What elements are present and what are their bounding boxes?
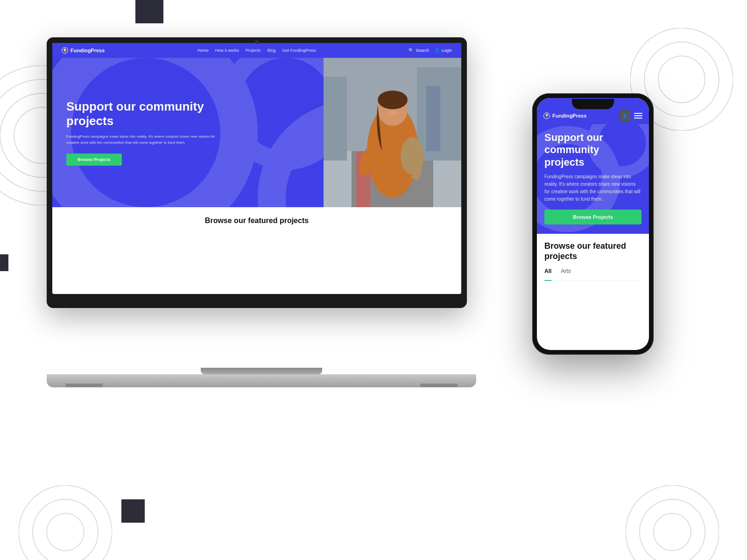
menu-line-2 bbox=[634, 115, 642, 116]
decor-circles-bottom-left bbox=[19, 485, 112, 560]
svg-point-7 bbox=[47, 513, 84, 551]
decor-square-4 bbox=[121, 499, 145, 523]
laptop-hero-image bbox=[324, 58, 461, 207]
laptop-login-label: Login bbox=[442, 48, 452, 53]
laptop-device: 💡 FundingPress Home How it works Project… bbox=[47, 37, 476, 387]
phone-logo: 💡 FundingPress bbox=[543, 112, 586, 119]
laptop-frame: 💡 FundingPress Home How it works Project… bbox=[47, 37, 467, 308]
laptop-nav-actions: 🔍 Search 👤 Login bbox=[409, 48, 452, 53]
phone-screen: 💡 FundingPress 👤 bbox=[537, 98, 649, 350]
laptop-search-label: Search bbox=[416, 48, 429, 53]
phone-hamburger-icon[interactable] bbox=[634, 113, 642, 119]
laptop-screen: 💡 FundingPress Home How it works Project… bbox=[52, 43, 461, 294]
laptop-login[interactable]: 👤 Login bbox=[435, 48, 452, 53]
laptop-nav-blog[interactable]: Blog bbox=[267, 48, 275, 53]
laptop-hero: Support our community projects FundingPr… bbox=[52, 58, 461, 207]
laptop-nav-how[interactable]: How it works bbox=[215, 48, 239, 53]
laptop-hero-title: Support our community projects bbox=[66, 99, 216, 128]
laptop-hinge bbox=[201, 368, 322, 374]
laptop-foot-left bbox=[65, 384, 103, 387]
laptop-nav: 💡 FundingPress Home How it works Project… bbox=[52, 43, 461, 58]
search-icon: 🔍 bbox=[409, 48, 414, 53]
svg-point-10 bbox=[654, 513, 691, 551]
svg-point-27 bbox=[388, 111, 397, 115]
svg-point-8 bbox=[33, 499, 98, 560]
phone-tab-arts[interactable]: Arts bbox=[561, 268, 571, 276]
svg-point-11 bbox=[640, 499, 705, 560]
decor-square-2 bbox=[0, 254, 8, 271]
laptop-logo: 💡 FundingPress bbox=[62, 47, 105, 54]
laptop-nav-projects[interactable]: Projects bbox=[246, 48, 261, 53]
phone-hero-title: Support our community projects bbox=[544, 132, 641, 168]
laptop-camera bbox=[255, 40, 259, 44]
laptop-logo-icon: 💡 bbox=[62, 47, 68, 54]
phone-tab-all[interactable]: All bbox=[544, 268, 551, 281]
phone-nav-icons: 👤 bbox=[619, 110, 642, 121]
laptop-search[interactable]: 🔍 Search bbox=[409, 48, 429, 53]
phone-logo-text: FundingPress bbox=[552, 113, 586, 119]
laptop-hero-content: Support our community projects FundingPr… bbox=[52, 85, 230, 180]
svg-rect-22 bbox=[426, 86, 440, 151]
laptop-nav-links: Home How it works Projects Blog Get Fund… bbox=[197, 48, 316, 53]
svg-point-26 bbox=[378, 91, 408, 109]
phone-category-tabs: All Arts bbox=[544, 268, 641, 280]
phone-featured: Browse our featured projects All Arts bbox=[537, 234, 649, 285]
phone-frame: 💡 FundingPress 👤 bbox=[532, 93, 654, 355]
decor-square-1 bbox=[135, 0, 163, 23]
phone-hero: Support our community projects FundingPr… bbox=[537, 124, 649, 234]
laptop-hero-desc: FundingPress campaigns make ideas into r… bbox=[66, 134, 216, 146]
user-icon: 👤 bbox=[435, 48, 440, 53]
menu-line-3 bbox=[634, 118, 642, 119]
laptop-browse-button[interactable]: Browse Projects bbox=[66, 154, 122, 166]
phone-logo-icon: 💡 bbox=[543, 112, 550, 119]
svg-point-5 bbox=[644, 42, 719, 117]
menu-line-1 bbox=[634, 113, 642, 114]
laptop-logo-text: FundingPress bbox=[70, 48, 105, 53]
phone-user-icon[interactable]: 👤 bbox=[619, 110, 630, 121]
phone-device: 💡 FundingPress 👤 bbox=[532, 93, 654, 383]
svg-point-12 bbox=[626, 485, 719, 560]
svg-rect-20 bbox=[324, 77, 347, 161]
svg-point-9 bbox=[19, 485, 112, 560]
svg-point-4 bbox=[658, 56, 705, 103]
phone-featured-title: Browse our featured projects bbox=[544, 241, 641, 261]
laptop-featured-title: Browse our featured projects bbox=[66, 217, 447, 225]
laptop-foot-right bbox=[420, 384, 458, 387]
decor-circles-bottom-right bbox=[626, 485, 719, 560]
laptop-base bbox=[47, 374, 476, 387]
phone-browse-button[interactable]: Browse Projects bbox=[544, 210, 641, 224]
laptop-nav-home[interactable]: Home bbox=[197, 48, 209, 53]
laptop-featured: Browse our featured projects bbox=[52, 207, 461, 234]
laptop-nav-get[interactable]: Get FundingPress bbox=[282, 48, 316, 53]
phone-hero-desc: FundingPress campaigns make ideas into r… bbox=[544, 173, 641, 203]
phone-notch bbox=[572, 99, 614, 109]
